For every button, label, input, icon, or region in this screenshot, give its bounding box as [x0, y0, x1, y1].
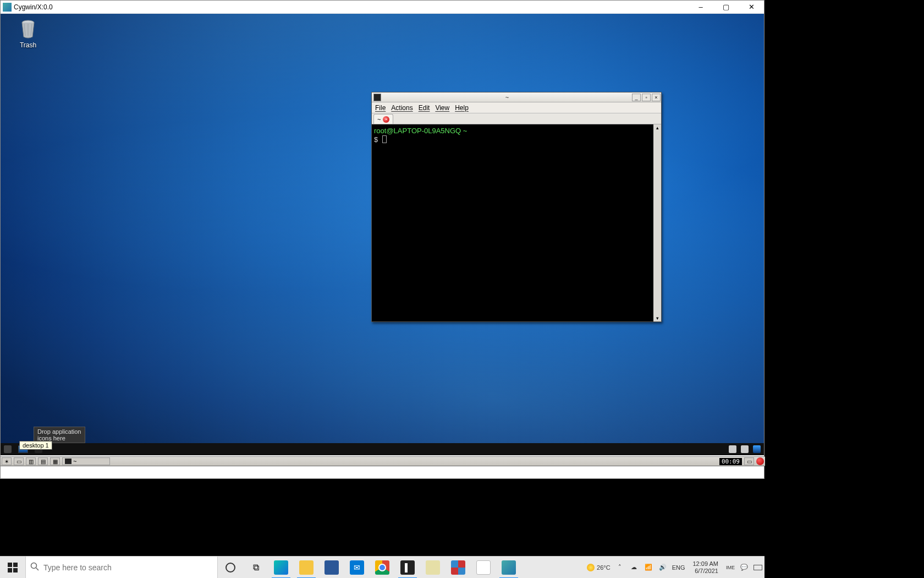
terminal-window[interactable]: ~ _ ▫ × File Actions Edit View Help ~ × … — [371, 92, 662, 322]
svg-rect-2 — [13, 563, 18, 567]
taskbar-app-store[interactable] — [319, 557, 344, 579]
tray-volume-icon[interactable] — [741, 445, 749, 453]
cortana-icon — [226, 563, 235, 572]
workspace-tooltip: desktop 1 — [19, 441, 52, 450]
taskbar-app-winrar[interactable] — [446, 557, 471, 579]
tray-time: 12:09 AM — [693, 560, 718, 568]
tray-clock[interactable]: 12:09 AM 6/7/2021 — [690, 560, 722, 575]
svg-line-6 — [36, 568, 39, 570]
terminal-tab-label: ~ — [377, 116, 381, 123]
menu-help[interactable]: Help — [455, 104, 469, 112]
taskbar-app-edge[interactable] — [268, 557, 294, 579]
close-button[interactable]: ✕ — [739, 1, 764, 14]
search-input[interactable] — [43, 563, 217, 572]
terminal-maximize-button[interactable]: ▫ — [642, 94, 651, 101]
taskbar-app-cygwin[interactable] — [496, 557, 521, 579]
taskbar-app-file-explorer[interactable] — [294, 557, 319, 579]
taskbar-app-mail[interactable]: ✉ — [344, 557, 370, 579]
window-title: Cygwin/X:0.0 — [14, 3, 53, 11]
notepad-icon — [426, 560, 440, 575]
x-panel[interactable]: ✶ ▭ ▥ ▤ ▦ ~ 00:09 ▭ — [1, 456, 765, 466]
start-button[interactable] — [0, 557, 25, 579]
terminal-minimize-button[interactable]: _ — [632, 94, 641, 101]
windows-taskbar[interactable]: ⧉ ✉ ▌ ✎ 26°C ˄ ☁ 📶 🔊 ENG 12:09 AM 6/7/20… — [0, 556, 765, 578]
panel-filemanager-icon[interactable]: ▥ — [26, 457, 36, 465]
cmd-icon: ▌ — [400, 560, 415, 575]
panel-power-icon[interactable] — [756, 457, 764, 465]
terminal-scrollbar[interactable]: ▴ ▾ — [653, 124, 661, 321]
menu-actions[interactable]: Actions — [391, 104, 413, 112]
menu-edit[interactable]: Edit — [419, 104, 430, 112]
panel-menu-icon[interactable]: ✶ — [2, 457, 12, 465]
scroll-up-icon[interactable]: ▴ — [656, 125, 659, 130]
x-desktop[interactable]: Trash ~ _ ▫ × File Actions Edit View Hel… — [1, 14, 764, 455]
refresh-icon — [4, 445, 12, 453]
tray-volume-icon[interactable]: 🔊 — [658, 563, 668, 572]
terminal-task-icon — [65, 459, 72, 464]
taskbar-app-chrome[interactable] — [370, 557, 395, 579]
tray-battery-icon[interactable] — [754, 565, 762, 570]
terminal-screen[interactable]: root@LAPTOP-0L9A5NGQ ~ $ — [372, 124, 653, 321]
cygwin-icon — [3, 3, 12, 12]
x-taskbar-menu-button[interactable] — [1, 443, 15, 455]
taskbar-search[interactable] — [25, 557, 218, 579]
panel-showdesktop-icon[interactable]: ▭ — [14, 457, 24, 465]
panel-windowlist-icon[interactable]: ▤ — [38, 457, 48, 465]
edge-icon — [274, 560, 288, 575]
cortana-button[interactable] — [218, 557, 243, 579]
terminal-close-button[interactable]: × — [652, 94, 661, 101]
menu-view[interactable]: View — [435, 104, 449, 112]
chrome-icon — [375, 560, 389, 575]
temperature-label: 26°C — [597, 564, 610, 571]
x-taskbar[interactable]: ~ — [1, 443, 764, 455]
mail-icon: ✉ — [350, 560, 364, 575]
system-tray: 26°C ˄ ☁ 📶 🔊 ENG 12:09 AM 6/7/2021 IME 💬 — [587, 557, 765, 578]
terminal-titlebar[interactable]: ~ _ ▫ × — [372, 92, 661, 102]
svg-rect-3 — [8, 568, 12, 572]
taskbar-app-cmd[interactable]: ▌ — [395, 557, 420, 579]
svg-rect-4 — [13, 568, 18, 572]
svg-rect-1 — [8, 563, 12, 567]
terminal-menubar: File Actions Edit View Help — [372, 102, 661, 113]
window-titlebar[interactable]: Cygwin/X:0.0 – ▢ ✕ — [1, 1, 764, 14]
taskbar-app-notepad[interactable] — [420, 557, 446, 579]
search-icon — [30, 562, 39, 573]
menu-file[interactable]: File — [375, 104, 386, 112]
panel-workspaces-icon[interactable]: ▦ — [50, 457, 60, 465]
tray-language[interactable]: ENG — [672, 564, 685, 571]
terminal-tab[interactable]: ~ × — [373, 114, 393, 124]
cygwin-x-window: Cygwin/X:0.0 – ▢ ✕ Trash ~ _ ▫ — [0, 0, 765, 479]
task-view-icon: ⧉ — [253, 563, 259, 572]
tray-wifi-icon[interactable]: 📶 — [644, 563, 653, 572]
panel-task-label: ~ — [73, 458, 76, 465]
terminal-prompt-userhost: root@LAPTOP-0L9A5NGQ ~ — [374, 127, 467, 135]
terminal-cursor — [382, 135, 387, 143]
maximize-button[interactable]: ▢ — [713, 1, 739, 14]
panel-monitor-icon[interactable]: ▭ — [744, 457, 754, 465]
tray-network-icon[interactable] — [753, 445, 761, 453]
windows-logo-icon — [8, 563, 18, 572]
scroll-down-icon[interactable]: ▾ — [656, 315, 659, 321]
terminal-tab-close-icon[interactable]: × — [383, 116, 389, 123]
panel-task-terminal[interactable]: ~ — [62, 457, 110, 465]
cygwin-icon — [502, 560, 516, 575]
folder-icon — [299, 560, 314, 575]
svg-point-5 — [31, 563, 37, 568]
minimize-button[interactable]: – — [688, 1, 713, 14]
terminal-prompt-symbol: $ — [374, 135, 378, 144]
terminal-title: ~ — [383, 94, 631, 101]
tray-onedrive-icon[interactable]: ☁ — [629, 563, 639, 572]
panel-clock[interactable]: 00:09 — [719, 458, 742, 465]
taskbar-app-paint[interactable]: ✎ — [471, 557, 496, 579]
tray-chevron-icon[interactable]: ˄ — [615, 563, 625, 572]
task-view-button[interactable]: ⧉ — [243, 557, 268, 579]
tray-ime[interactable]: IME — [726, 565, 735, 570]
tray-action-center-icon[interactable]: 💬 — [739, 563, 749, 572]
terminal-icon — [373, 94, 381, 101]
weather-widget[interactable]: 26°C — [587, 564, 610, 571]
winrar-icon — [451, 560, 465, 575]
tray-notify-icon[interactable] — [729, 445, 736, 453]
weather-icon — [587, 564, 595, 571]
trash-desktop-icon[interactable]: Trash — [9, 17, 47, 49]
store-icon — [324, 560, 339, 575]
